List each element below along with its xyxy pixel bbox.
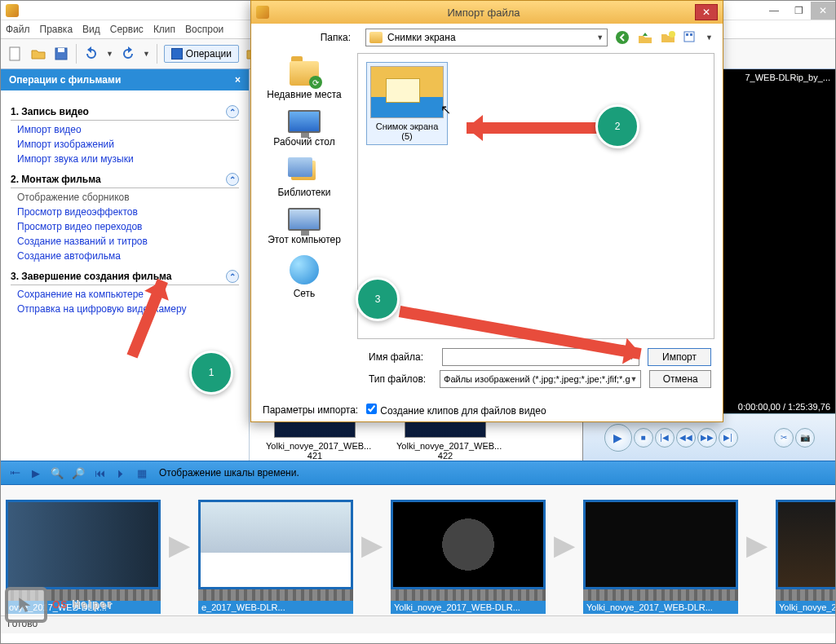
play-button[interactable]: ▶ (604, 424, 632, 452)
open-icon[interactable] (30, 46, 46, 62)
menu-edit[interactable]: Правка (40, 24, 73, 35)
file-item-selected[interactable]: Снимок экрана (5) (366, 62, 448, 145)
maximize-button[interactable]: ❐ (786, 2, 811, 20)
svg-rect-2 (58, 48, 64, 52)
timeline-toolbar: ⭰ ▶ 🔍 🔎 ⏮ ⏵ ▦ Отображение шкалы времени. (1, 461, 835, 485)
transition-slot[interactable]: ▶ (361, 500, 383, 589)
save-icon[interactable] (53, 46, 69, 62)
link-send-camera[interactable]: Отправка на цифровую видеокамеру (17, 303, 239, 315)
timeline-mode-label: Отображение шкалы времени. (159, 467, 299, 479)
play-all-icon[interactable]: ⏵ (113, 465, 128, 480)
link-video-transitions[interactable]: Просмотр видео переходов (17, 221, 239, 232)
filetype-label: Тип файлов: (369, 373, 440, 385)
link-import-images[interactable]: Импорт изображений (17, 139, 239, 150)
new-folder-icon[interactable] (660, 29, 676, 46)
rewind-button[interactable]: ◀◀ (676, 428, 696, 448)
clip-label: Yolki_novye_2017_WEB... 421 (266, 441, 364, 461)
app-icon (6, 4, 19, 17)
filetype-dropdown[interactable]: Файлы изображений (*.jpg;*.jpeg;*.jpe;*.… (440, 370, 641, 388)
link-video-effects[interactable]: Просмотр видеоэффектов (17, 206, 239, 218)
prev-button[interactable]: |◀ (655, 428, 675, 448)
callout-1: 1 (189, 351, 233, 395)
forward-button[interactable]: ▶▶ (697, 428, 717, 448)
skip-back-icon[interactable]: ⭰ (7, 465, 22, 480)
place-desktop[interactable]: Рабочий стол (254, 110, 354, 148)
transition-slot[interactable]: ▶ (169, 500, 190, 589)
menu-clip[interactable]: Клип (153, 24, 175, 35)
split-button[interactable]: ✂ (774, 428, 794, 448)
callout-2: 2 (595, 104, 639, 148)
svg-point-3 (616, 31, 629, 44)
filename-label: Имя файла: (369, 351, 442, 363)
folder-icon (369, 32, 383, 43)
operations-button[interactable]: Операции (164, 45, 239, 63)
stop-button[interactable]: ■ (634, 428, 653, 448)
preview-timecode: 0:00:00,00 / 1:25:39,76 (738, 402, 830, 412)
menu-file[interactable]: Файл (6, 24, 30, 35)
create-clips-checkbox[interactable]: Создание клипов для файлов видео (366, 404, 546, 417)
file-list[interactable]: Снимок экрана (5) (357, 53, 714, 339)
operations-label: Операции (186, 48, 232, 60)
transition-slot[interactable]: ▶ (746, 500, 767, 589)
chevron-up-icon[interactable]: ⌃ (226, 173, 239, 186)
link-import-video[interactable]: Импорт видео (17, 124, 239, 135)
menu-view[interactable]: Вид (82, 24, 100, 35)
link-titles-credits[interactable]: Создание названий и титров (17, 236, 239, 247)
statusbar: Готово (1, 615, 835, 633)
task-pane-close-icon[interactable]: × (235, 74, 241, 86)
file-thumbnail (370, 66, 444, 118)
snapshot-button[interactable]: 📷 (795, 428, 815, 448)
chevron-up-icon[interactable]: ⌃ (226, 270, 239, 283)
storyboard-clip[interactable]: e_2017_WEB-DLR... (198, 500, 353, 614)
dialog-icon (256, 6, 269, 19)
dialog-titlebar[interactable]: Импорт файла ✕ (251, 1, 723, 24)
transition-slot[interactable]: ▶ (554, 500, 575, 589)
callout-3: 3 (356, 277, 400, 321)
menu-tools[interactable]: Сервис (110, 24, 144, 35)
link-import-audio[interactable]: Импорт звука или музыки (17, 153, 239, 165)
clip-label: Yolki_novye_2017_WEB... 422 (396, 441, 494, 461)
folder-dropdown[interactable]: Снимки экрана ▼ (365, 29, 608, 46)
new-icon[interactable] (7, 46, 24, 62)
cancel-button[interactable]: Отмена (649, 370, 711, 388)
storyboard[interactable]: ovye_2017_WEB-DLR... ▶ e_2017_WEB-DLR...… (1, 485, 835, 615)
place-recent[interactable]: ⟳Недавние места (254, 61, 354, 100)
task-pane-title: Операции с фильмами (9, 74, 121, 86)
import-button[interactable]: Импорт (648, 348, 711, 366)
place-network[interactable]: Сеть (254, 255, 354, 299)
folder-value: Снимки экрана (387, 32, 456, 43)
rewind-timeline-icon[interactable]: ⏮ (92, 465, 107, 480)
link-save-computer[interactable]: Сохранение на компьютере (17, 289, 239, 300)
redo-icon[interactable] (120, 46, 136, 62)
close-button[interactable]: ✕ (811, 2, 835, 20)
place-libraries[interactable]: Библиотеки (254, 157, 354, 198)
cursor-box-icon (5, 587, 47, 623)
minimize-button[interactable]: — (762, 2, 786, 20)
play-timeline-icon[interactable]: ▶ (29, 465, 43, 480)
storyboard-clip[interactable]: Yolki_novye_2017_WEB-DLR... (583, 500, 738, 614)
folder-label: Папка: (261, 32, 359, 43)
undo-icon[interactable] (83, 46, 100, 62)
chevron-up-icon[interactable]: ⌃ (226, 105, 239, 118)
file-label: Снимок экрана (5) (370, 121, 444, 141)
back-icon[interactable] (614, 29, 630, 46)
zoom-in-icon[interactable]: 🔍 (50, 465, 64, 480)
zoom-out-icon[interactable]: 🔎 (71, 465, 86, 480)
dialog-toolbar: Папка: Снимки экрана ▼ ▼ (251, 24, 723, 51)
place-computer[interactable]: Этот компьютер (254, 208, 354, 245)
menu-play[interactable]: Воспрои (185, 24, 223, 35)
view-menu-icon[interactable] (683, 29, 699, 46)
section-capture-video: 1. Запись видео ⌃ (11, 105, 239, 121)
places-bar: ⟳Недавние места Рабочий стол Библиотеки … (251, 51, 357, 341)
storyboard-clip[interactable]: Yolki_novye_2017_WEB-DLR... (391, 500, 546, 614)
operations-icon (171, 48, 183, 60)
svg-point-4 (669, 31, 675, 37)
up-folder-icon[interactable] (637, 29, 653, 46)
storyboard-clip[interactable]: Yolki_novye_2017_WEB-DLR... (776, 500, 835, 614)
dialog-close-button[interactable]: ✕ (695, 4, 718, 20)
logo-os: OS (52, 599, 68, 611)
cursor-icon: ↖ (440, 102, 451, 117)
link-automovie[interactable]: Создание автофильма (17, 250, 239, 262)
timeline-view-icon[interactable]: ▦ (135, 465, 149, 480)
next-button[interactable]: ▶| (719, 428, 738, 448)
